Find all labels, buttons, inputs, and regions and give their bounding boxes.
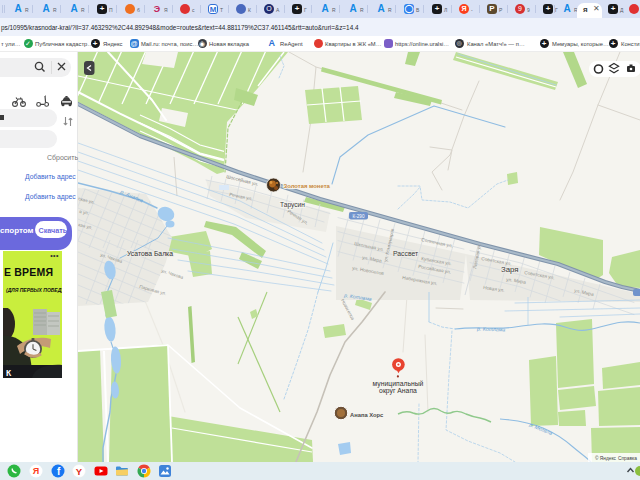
svg-text:р. Котлама: р. Котлама (476, 325, 505, 332)
svg-text:Заря: Заря (501, 265, 519, 274)
svg-text:К-290: К-290 (353, 214, 365, 219)
svg-text:округ Анапа: округ Анапа (379, 387, 417, 395)
svg-text:Золотая монета: Золотая монета (284, 183, 331, 189)
svg-text:Рассвет: Рассвет (393, 250, 418, 257)
svg-text:Я: Я (33, 466, 39, 476)
svg-text:Справка: Справка (618, 456, 637, 461)
svg-text:Анапа Хорс: Анапа Хорс (350, 412, 384, 418)
svg-text:Тарусин: Тарусин (280, 201, 305, 209)
svg-text:К: К (6, 368, 12, 378)
svg-text:© Яндекс: © Яндекс (595, 455, 617, 461)
svg-text:Y: Y (76, 466, 83, 477)
svg-text:Усатова Балка: Усатова Балка (127, 250, 173, 257)
